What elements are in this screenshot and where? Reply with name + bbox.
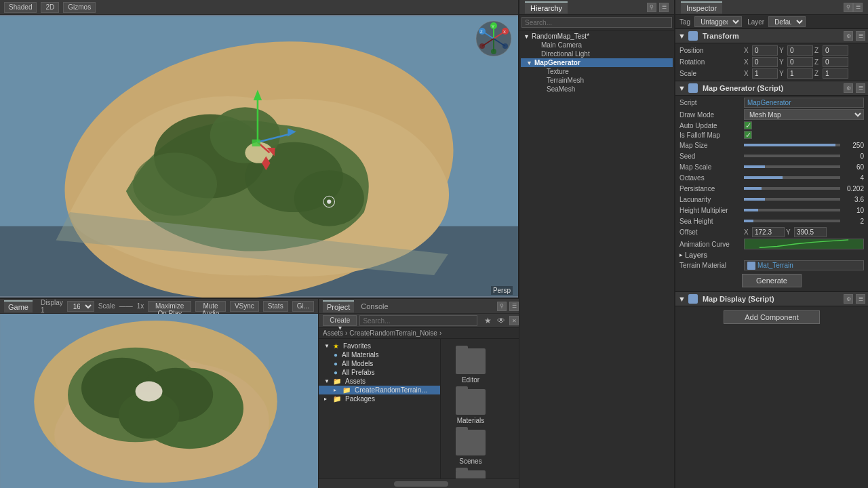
hierarchy-main-camera[interactable]: Main Camera bbox=[521, 41, 673, 49]
viewport-gizmo[interactable]: Y X Z bbox=[475, 20, 513, 58]
hierarchy-lock-icon[interactable]: ⚲ bbox=[647, 3, 656, 12]
add-component-button[interactable]: Add Component bbox=[724, 310, 820, 324]
pos-y-input[interactable] bbox=[787, 45, 813, 56]
octaves-slider[interactable] bbox=[744, 176, 840, 179]
mapgen-menu-icon[interactable]: ☰ bbox=[856, 83, 865, 93]
height-mult-row: Height Multiplier 10 bbox=[675, 205, 868, 216]
hierarchy-scene-root[interactable]: ▼ RandomMap_Test* bbox=[521, 32, 673, 41]
stats-button[interactable]: Stats bbox=[263, 301, 288, 312]
maximize-on-play-button[interactable]: Maximize On Play bbox=[148, 301, 191, 312]
mapdisplay-settings-icon[interactable]: ⚙ bbox=[844, 294, 853, 304]
project-search-input[interactable] bbox=[359, 315, 477, 326]
tag-dropdown[interactable]: Untagged bbox=[694, 16, 742, 27]
gizmos-game-button[interactable]: Gi... bbox=[292, 301, 314, 312]
scale-value: 1x bbox=[137, 302, 144, 310]
hierarchy-terrain-mesh[interactable]: TerrainMesh bbox=[521, 76, 673, 85]
draw-mode-dropdown[interactable]: Mesh Map bbox=[744, 109, 864, 120]
offset-y-input[interactable] bbox=[794, 227, 827, 237]
sea-height-slider[interactable] bbox=[744, 220, 840, 222]
svg-rect-15 bbox=[252, 140, 260, 146]
pos-z-input[interactable] bbox=[823, 45, 848, 56]
breadcrumb-folder[interactable]: CreateRandomTerrain_Noise bbox=[349, 329, 437, 337]
project-toolbar: Project Console ⚲ ☰ bbox=[319, 299, 523, 314]
hierarchy-directional-light[interactable]: Directional Light bbox=[521, 49, 673, 58]
hierarchy-menu-icon[interactable]: ☰ bbox=[659, 3, 669, 12]
inspector-lock-icon[interactable]: ⚲ bbox=[844, 3, 853, 12]
mapgen-icon bbox=[688, 83, 698, 93]
favorites-header[interactable]: ▼ ★ Favorites bbox=[319, 342, 440, 350]
rot-z-input[interactable] bbox=[823, 57, 848, 67]
packages-header[interactable]: ▸ 📁 Packages bbox=[319, 394, 440, 403]
hierarchy-sea-mesh[interactable]: SeaMesh bbox=[521, 85, 673, 94]
hierarchy-tab[interactable]: Hierarchy bbox=[525, 1, 568, 14]
all-materials-item[interactable]: ● All Materials bbox=[319, 350, 440, 359]
transform-component-header[interactable]: ▼ Transform ⚙ ☰ bbox=[675, 29, 868, 43]
rot-x-input[interactable] bbox=[752, 57, 778, 67]
map-display-title: Map Display (Script) bbox=[703, 295, 774, 303]
mapgen-settings-icon[interactable]: ⚙ bbox=[844, 83, 853, 93]
project-scrollbar[interactable] bbox=[319, 479, 523, 488]
mute-audio-button[interactable]: Mute Audio bbox=[195, 301, 226, 312]
map-display-header[interactable]: ▼ Map Display (Script) ⚙ ☰ bbox=[675, 292, 868, 306]
map-generator-header[interactable]: ▼ Map Generator (Script) ⚙ ☰ bbox=[675, 81, 868, 96]
seed-slider[interactable] bbox=[744, 155, 840, 157]
map-scale-slider[interactable] bbox=[744, 165, 840, 168]
menu-icon[interactable]: ☰ bbox=[509, 302, 519, 311]
all-prefabs-icon: ● bbox=[334, 369, 338, 376]
persistance-slider[interactable] bbox=[744, 187, 840, 190]
anim-curve-preview[interactable] bbox=[744, 239, 864, 249]
offset-x-input[interactable] bbox=[752, 227, 785, 237]
scale-y-input[interactable] bbox=[787, 68, 813, 79]
game-tab[interactable]: Game bbox=[4, 300, 33, 312]
layer-dropdown[interactable]: Default bbox=[768, 16, 806, 27]
mapdisplay-icon bbox=[688, 294, 698, 304]
folder-materials[interactable]: Materials bbox=[450, 389, 491, 424]
auto-update-checkbox[interactable]: ✓ bbox=[744, 121, 752, 129]
project-main-area: Editor Materials Scenes bbox=[441, 339, 523, 479]
lacunarity-slider[interactable] bbox=[744, 198, 840, 201]
lock-icon[interactable]: ⚲ bbox=[497, 302, 507, 311]
favorites-arrow: ▼ bbox=[324, 343, 331, 349]
aspect-dropdown[interactable]: 16:9 bbox=[67, 301, 94, 312]
project-tab[interactable]: Project bbox=[323, 300, 354, 312]
console-tab[interactable]: Console bbox=[357, 301, 392, 312]
pos-x-input[interactable] bbox=[752, 45, 778, 56]
eye-icon[interactable]: 👁 bbox=[496, 316, 507, 325]
gizmos-button[interactable]: Gizmos bbox=[63, 2, 96, 13]
inspector-menu-icon[interactable]: ☰ bbox=[853, 3, 863, 12]
hierarchy-mapgenerator[interactable]: ▼ MapGenerator bbox=[521, 58, 673, 67]
star-icon[interactable]: ★ bbox=[483, 316, 493, 325]
folder-editor[interactable]: Editor bbox=[450, 348, 491, 384]
2d-button[interactable]: 2D bbox=[41, 2, 59, 13]
all-models-item[interactable]: ● All Models bbox=[319, 359, 440, 368]
terrain-material-value[interactable]: Mat_Terrain bbox=[744, 260, 864, 270]
map-size-slider[interactable] bbox=[744, 144, 840, 146]
svg-text:Z: Z bbox=[480, 30, 483, 34]
mapdisplay-menu-icon[interactable]: ☰ bbox=[856, 294, 865, 304]
transform-settings-icon[interactable]: ⚙ bbox=[844, 31, 853, 41]
vsync-button[interactable]: VSync bbox=[230, 301, 259, 312]
height-mult-slider[interactable] bbox=[744, 209, 840, 211]
rot-y-input[interactable] bbox=[787, 57, 813, 67]
display-label: Display 1 bbox=[41, 299, 63, 314]
assets-header[interactable]: ▼ 📁 Assets bbox=[319, 377, 440, 386]
map-scale-value: 60 bbox=[842, 163, 864, 171]
folder-scenes[interactable]: Scenes bbox=[450, 430, 491, 465]
all-prefabs-item[interactable]: ● All Prefabs bbox=[319, 368, 440, 377]
create-random-terrain-item[interactable]: ▸ 📁 CreateRandomTerrain... bbox=[319, 386, 440, 394]
scale-x-input[interactable] bbox=[752, 68, 778, 79]
hierarchy-texture[interactable]: Texture bbox=[521, 67, 673, 76]
script-value[interactable]: MapGenerator bbox=[744, 98, 864, 108]
close-project-icon[interactable]: ✕ bbox=[509, 316, 519, 325]
falloff-checkbox[interactable]: ✓ bbox=[744, 131, 752, 139]
inspector-tab[interactable]: Inspector bbox=[681, 1, 722, 14]
scale-z-input[interactable] bbox=[823, 68, 848, 79]
layers-toggle[interactable]: ▸ Layers bbox=[675, 250, 868, 260]
shaded-button[interactable]: Shaded bbox=[4, 2, 37, 13]
hierarchy-panel-header: Hierarchy ⚲ ☰ bbox=[519, 0, 674, 15]
transform-menu-icon[interactable]: ☰ bbox=[856, 31, 865, 41]
generate-button[interactable]: Generate bbox=[742, 274, 802, 287]
folder-scripts[interactable]: Scripts bbox=[450, 470, 491, 479]
hierarchy-search-input[interactable] bbox=[521, 17, 672, 28]
create-button[interactable]: Create ▾ bbox=[323, 315, 357, 326]
